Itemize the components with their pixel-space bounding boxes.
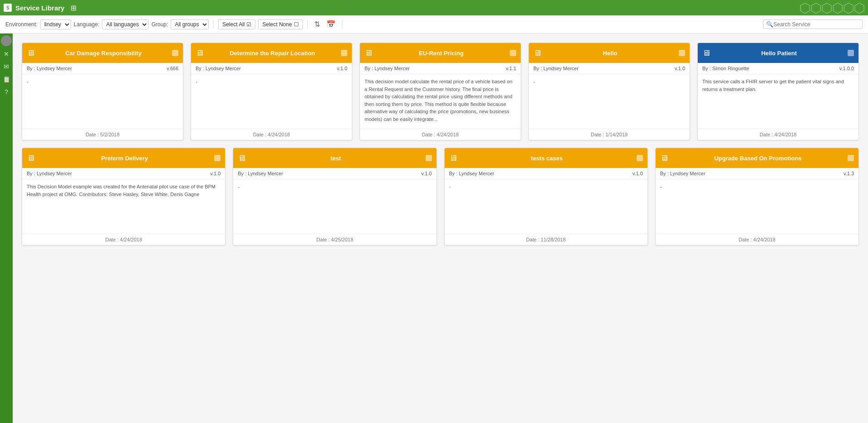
divider-2 xyxy=(307,20,308,29)
card-meta: By : Lyndsey Mercer v.666 xyxy=(22,63,183,74)
card-header-square xyxy=(341,50,347,56)
card-title: EU-Rent Pricing xyxy=(376,50,506,57)
search-input[interactable] xyxy=(773,21,859,28)
calendar-button[interactable]: 📅 xyxy=(325,19,337,29)
book-icon[interactable]: 📋 xyxy=(1,74,12,84)
card-header: 🖥 Car Damage Responsibility xyxy=(22,43,183,63)
card-author: By : Simon Ringuette xyxy=(702,66,749,71)
card-date: Date : 4/24/2018 xyxy=(191,129,352,140)
card-header-square xyxy=(172,50,178,56)
service-card[interactable]: 🖥 Hello Patient By : Simon Ringuette v.1… xyxy=(697,43,859,140)
card-service-icon: 🖥 xyxy=(660,154,668,163)
topbar: S Service Library ⊞ ⬡⬡⬡⬡⬡⬡ xyxy=(0,0,868,15)
card-meta: By : Lyndsey Mercer v.1.0 xyxy=(191,63,352,74)
card-service-icon: 🖥 xyxy=(364,48,373,58)
card-date: Date : 4/24/2018 xyxy=(22,234,225,245)
divider-1 xyxy=(213,20,214,29)
app-title: Service Library xyxy=(15,4,64,12)
card-title: Determine the Repair Location xyxy=(207,50,337,57)
card-header-square xyxy=(679,50,685,56)
card-version: v.1.0 xyxy=(675,66,685,71)
logo-icon: S xyxy=(4,4,12,12)
select-none-icon: ☐ xyxy=(294,21,299,28)
user-avatar[interactable] xyxy=(1,35,12,46)
card-author: By : Lyndsey Mercer xyxy=(364,66,410,71)
card-title: Upgrade Based On Promotions xyxy=(672,155,844,162)
service-card[interactable]: 🖥 Preterm Delivery By : Lyndsey Mercer v… xyxy=(22,148,225,245)
card-version: v.1.1 xyxy=(506,66,516,71)
group-select[interactable]: All groups xyxy=(171,19,209,29)
card-description: - xyxy=(656,179,858,234)
card-service-icon: 🖥 xyxy=(238,154,246,163)
card-meta: By : Simon Ringuette v.1.0.0 xyxy=(698,63,858,74)
card-header-square xyxy=(637,155,643,161)
card-description: - xyxy=(445,179,647,234)
service-card[interactable]: 🖥 tests cases By : Lyndsey Mercer v.1.0 … xyxy=(444,148,648,245)
service-card[interactable]: 🖥 Upgrade Based On Promotions By : Lynds… xyxy=(655,148,859,245)
card-version: v.1.0 xyxy=(633,171,643,176)
card-header: 🖥 tests cases xyxy=(445,148,647,168)
card-author: By : Lyndsey Mercer xyxy=(533,66,579,71)
card-date: Date : 4/25/2018 xyxy=(233,234,436,245)
main-layout: ✕ ✉ 📋 ? 🖥 Car Damage Responsibility By :… xyxy=(0,34,868,423)
card-author: By : Lyndsey Mercer xyxy=(196,66,241,71)
grid-icon[interactable]: ⊞ xyxy=(71,4,77,12)
mail-icon[interactable]: ✉ xyxy=(2,62,10,72)
card-title: Car Damage Responsibility xyxy=(38,50,168,57)
card-date: Date : 4/24/2018 xyxy=(360,129,521,140)
environment-select[interactable]: lindsey xyxy=(40,19,71,29)
search-container: 🔍 xyxy=(763,19,863,29)
service-card[interactable]: 🖥 Car Damage Responsibility By : Lyndsey… xyxy=(22,43,183,140)
card-author: By : Lyndsey Mercer xyxy=(27,171,72,176)
card-title: test xyxy=(249,155,422,162)
close-icon[interactable]: ✕ xyxy=(2,49,10,59)
language-select[interactable]: All languages xyxy=(102,19,149,29)
card-description: - xyxy=(529,74,690,129)
card-service-icon: 🖥 xyxy=(449,154,457,163)
card-date: Date : 4/24/2018 xyxy=(698,129,858,140)
card-meta: By : Lyndsey Mercer v.1.1 xyxy=(360,63,521,74)
card-description: This Decision Model example was created … xyxy=(22,179,225,234)
sort-button[interactable]: ⇅ xyxy=(312,19,322,29)
card-date: Date : 4/24/2018 xyxy=(656,234,858,245)
card-meta: By : Lyndsey Mercer v.1.0 xyxy=(22,168,225,179)
card-author: By : Lyndsey Mercer xyxy=(27,66,72,71)
card-service-icon: 🖥 xyxy=(196,48,204,58)
card-header: 🖥 Preterm Delivery xyxy=(22,148,225,168)
card-date: Date : 1/14/2019 xyxy=(529,129,690,140)
group-label: Group: xyxy=(151,21,168,28)
toolbar: Environment: lindsey Language: All langu… xyxy=(0,15,868,34)
content: 🖥 Car Damage Responsibility By : Lyndsey… xyxy=(13,34,868,423)
service-card[interactable]: 🖥 Determine the Repair Location By : Lyn… xyxy=(191,43,352,140)
card-grid-row2: 🖥 Preterm Delivery By : Lyndsey Mercer v… xyxy=(22,148,859,245)
card-grid-row1: 🖥 Car Damage Responsibility By : Lyndsey… xyxy=(22,43,859,140)
help-icon[interactable]: ? xyxy=(3,87,10,97)
card-version: v.1.0 xyxy=(210,171,221,176)
card-meta: By : Lyndsey Mercer v.1.0 xyxy=(233,168,436,179)
service-card[interactable]: 🖥 Hello By : Lyndsey Mercer v.1.0 - Date… xyxy=(528,43,690,140)
card-header-square xyxy=(510,50,516,56)
card-version: v.1.0 xyxy=(337,66,347,71)
environment-label: Environment: xyxy=(5,21,38,28)
card-version: v.1.0.0 xyxy=(839,66,854,71)
sidebar: ✕ ✉ 📋 ? xyxy=(0,34,13,423)
card-header-square xyxy=(848,50,854,56)
card-header: 🖥 Hello xyxy=(529,43,690,63)
language-label: Language: xyxy=(74,21,100,28)
card-header: 🖥 test xyxy=(233,148,436,168)
card-description: - xyxy=(233,179,436,234)
card-service-icon: 🖥 xyxy=(27,48,35,58)
card-date: Date : 5/2/2018 xyxy=(22,129,183,140)
card-header-square xyxy=(426,155,432,161)
card-description: This service calls a FHIR server to get … xyxy=(698,74,858,129)
card-service-icon: 🖥 xyxy=(702,48,710,58)
select-all-button[interactable]: Select All ☑ xyxy=(218,19,255,29)
card-author: By : Lyndsey Mercer xyxy=(449,171,494,176)
service-card[interactable]: 🖥 EU-Rent Pricing By : Lyndsey Mercer v.… xyxy=(360,43,521,140)
service-card[interactable]: 🖥 test By : Lyndsey Mercer v.1.0 - Date … xyxy=(233,148,436,245)
divider-3 xyxy=(342,20,342,29)
select-none-button[interactable]: Select None ☐ xyxy=(258,19,302,29)
card-date: Date : 11/28/2018 xyxy=(445,234,647,245)
card-header-square xyxy=(848,155,854,161)
card-author: By : Lyndsey Mercer xyxy=(238,171,283,176)
